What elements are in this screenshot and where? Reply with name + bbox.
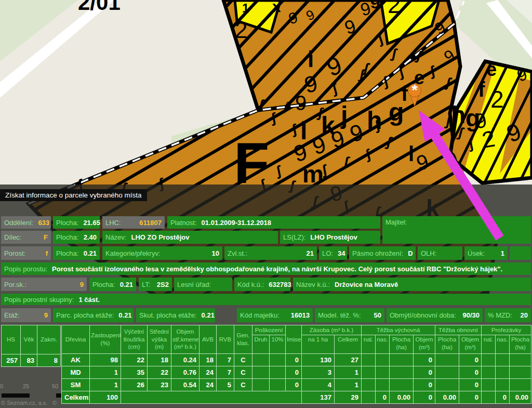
cell: [376, 366, 390, 379]
cell: 29: [335, 391, 362, 404]
value: Porost součástí izolovaného lesa v zeměd…: [52, 265, 502, 273]
cell-usek: Úsek: 1: [464, 246, 508, 260]
col-drevina: Dřevina: [62, 325, 90, 354]
cell: 0: [459, 391, 482, 404]
cell: 0: [286, 366, 302, 379]
cell: [270, 366, 286, 379]
label: Lesní úřad:: [177, 281, 211, 288]
cell-kategorie: Kategorie/překryv: 10: [102, 246, 222, 260]
cell-total-label: Celkem:: [62, 391, 90, 404]
value: 34: [338, 249, 345, 257]
cell: 100: [90, 391, 121, 404]
map-glyph: x: [272, 0, 281, 15]
cell: [390, 379, 414, 391]
cell: [376, 354, 390, 366]
map-glyph: 1: [242, 2, 249, 15]
col-druh: Druh: [252, 335, 270, 354]
cell: [252, 366, 270, 379]
value: LHO ZO Prostějov: [131, 233, 189, 241]
cell: 1: [335, 379, 362, 391]
cell-pasmo: Pásmo ohrožení: D: [349, 246, 416, 260]
cell: 18: [200, 354, 217, 366]
cell: [510, 354, 531, 366]
col-objem-kmene: Objem stř.kmene (m³ b.k.): [171, 325, 200, 354]
col-nas: nas.: [496, 335, 510, 354]
col-group-poskozeni: Poškození: [252, 325, 286, 335]
label: Etáž:: [4, 311, 20, 319]
cell: 0: [459, 366, 482, 379]
col-nal: nal.: [362, 335, 376, 354]
value: 10: [212, 249, 219, 257]
label: LS(LZ):: [283, 233, 305, 241]
value: D: [408, 249, 413, 257]
cell: [482, 391, 496, 404]
cell: 1: [90, 366, 121, 379]
value: 90/30: [462, 311, 480, 319]
species-total-row: Celkem: 100 137 29 0 0.00 0 0.00 0 0 0.0…: [62, 391, 531, 404]
cell: 22: [121, 354, 148, 366]
cell: [435, 366, 459, 379]
cell: 0.00: [390, 391, 414, 404]
map-glyph: f: [478, 79, 485, 100]
col-group-zasoba: Zásoba (m³ b.k.): [302, 325, 362, 335]
cell: C: [234, 366, 252, 379]
col-imise: Imise: [286, 325, 302, 354]
cell: 26: [121, 379, 148, 391]
value: LHO Prostějov: [310, 233, 357, 241]
label: Plocha:: [92, 281, 115, 288]
value: 0.21: [202, 311, 215, 319]
label: Plocha:: [56, 219, 78, 227]
value: 9: [44, 311, 48, 319]
map-glyph: h: [451, 103, 466, 127]
col-avb: AVB: [200, 325, 217, 354]
cell: [510, 366, 531, 379]
svg-text:*: *: [411, 82, 418, 98]
cell-oddeleni: Oddělení: 633: [1, 216, 51, 229]
stand-summary-header: HSVěkZakm.: [2, 325, 61, 354]
label: Pásmo ohrožení:: [352, 249, 403, 257]
cell-lt: LT: 2S2: [139, 278, 172, 291]
value: 50: [374, 311, 381, 319]
col-gen-klas: Gen. klas.: [234, 325, 252, 354]
label: OLH:: [421, 249, 436, 257]
attribution: © Seznam.cz, a.s.: [1, 400, 47, 406]
label: Název k.ú.:: [296, 281, 330, 288]
label: Majitel:: [385, 218, 407, 226]
col-group-tezba-vychovna: Těžba výchovná: [362, 325, 435, 335]
cell-zvlst: Zvl.st.: 21: [224, 246, 317, 260]
column-header: Zakm.: [37, 325, 61, 354]
label: Kategorie/překryv:: [105, 249, 161, 257]
species-header-row-1: Dřevina Zastoupení (%) Výčetní tloušťka …: [62, 325, 531, 335]
cell-platnost: Platnost: 01.01.2009-31.12.2018: [167, 216, 380, 229]
scale-bar: [56, 393, 61, 398]
map-glyph: m: [302, 162, 324, 186]
cell-lhc: LHC: 611807: [102, 216, 165, 229]
label: Kód k.ú.:: [237, 281, 264, 288]
value: 0.21: [84, 249, 97, 257]
cell: 0: [286, 379, 302, 391]
cell: [252, 379, 270, 391]
col-zastoupeni: Zastoupení (%): [90, 325, 121, 354]
value: 1 část.: [78, 296, 99, 304]
cell: 23: [148, 379, 171, 391]
scale-bar: [2, 393, 30, 398]
cell: 24: [200, 366, 217, 379]
cell: 0: [414, 366, 435, 379]
cell-skut-plocha: Skut. plocha etáže: 0.21: [136, 308, 215, 322]
table-row: 257838: [2, 354, 61, 367]
cell: 27: [335, 354, 362, 366]
cell: 137: [302, 391, 335, 404]
label: Por.sk.:: [4, 281, 26, 288]
cell-kodku: Kód k.ú.: 632783: [234, 278, 290, 291]
value: 20: [521, 311, 528, 319]
value: 632783: [269, 281, 291, 288]
cell-popis-porostu: Popis porostu: Porost součástí izolované…: [1, 262, 531, 275]
value: 2S2: [157, 281, 169, 288]
cell: [376, 379, 390, 391]
cell-plocha-dilec: Plocha: 2.40: [53, 231, 100, 244]
cell: 0.76: [171, 366, 200, 379]
col-objem-m3: Objem (m³): [459, 335, 482, 354]
col-plocha-ha: Plocha (ha): [390, 335, 414, 354]
value: 633: [38, 219, 49, 227]
cell: 130: [302, 354, 335, 366]
